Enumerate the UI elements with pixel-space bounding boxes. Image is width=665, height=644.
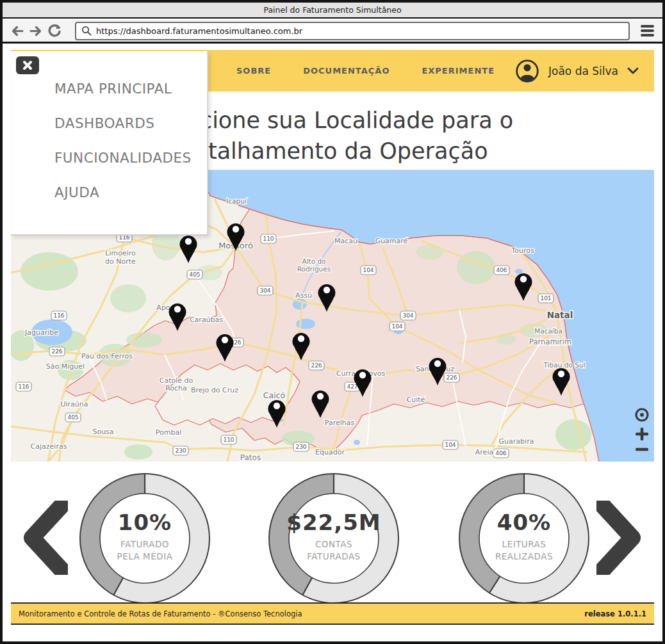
- road-shield: 226: [49, 347, 65, 356]
- map-city-label: Pombal: [156, 428, 181, 437]
- road-shield: 230: [173, 446, 188, 455]
- svg-text:110: 110: [223, 437, 234, 443]
- road-shield: 116: [51, 311, 67, 320]
- road-shield: 104: [361, 266, 376, 275]
- svg-text:104: 104: [445, 442, 456, 448]
- map-city-label: Natal: [547, 310, 573, 320]
- donut-card: $22,5M CONTAS FATURADAS: [267, 471, 401, 606]
- road-shield: 405: [187, 270, 202, 279]
- map-city-label: Rocha: [165, 384, 187, 392]
- browser-window: Painel do Faturamento Simultâneo https:: [0, 0, 665, 644]
- map-city-label: Areia: [475, 448, 493, 456]
- svg-text:116: 116: [53, 312, 64, 319]
- menu-item-dashboards[interactable]: DASHBOARDS: [54, 115, 207, 132]
- browser-toolbar: https://dashboard.faturamentosimultaneo.…: [3, 20, 662, 44]
- map-city-label: Sousa: [92, 428, 113, 436]
- side-menu-list: MAPA PRINCIPAL DASHBOARDS FUNCIONALIDADE…: [11, 51, 207, 201]
- menu-item-funcionalidades[interactable]: FUNCIONALIDADES: [54, 150, 207, 166]
- close-icon: [22, 60, 33, 70]
- road-shield: 104: [443, 440, 458, 449]
- kpi-carousel: 10% FATURADO PELA MÉDIA $22,5M CONTAS FA…: [3, 461, 662, 605]
- map-city-label: Equador: [315, 448, 345, 456]
- forward-arrow-icon: [29, 26, 42, 36]
- svg-text:405: 405: [189, 271, 200, 278]
- carousel-next-button[interactable]: [596, 501, 641, 575]
- road-shield: 226: [309, 361, 324, 370]
- carousel-prev-button[interactable]: [23, 501, 68, 575]
- svg-text:104: 104: [391, 323, 402, 330]
- svg-text:405: 405: [67, 414, 78, 421]
- donut-ring-chart: [457, 471, 591, 606]
- map-city-label: Uiraúna: [60, 400, 88, 408]
- map-city-label: Touros: [511, 246, 534, 255]
- map-city-label: Rodrigues: [297, 265, 331, 273]
- map-city-label: Tibau do Sul: [543, 361, 586, 369]
- map-city-label: Parnamirim: [529, 337, 571, 346]
- svg-text:226: 226: [311, 362, 322, 369]
- nav-link-experimente[interactable]: EXPERIMENTE: [422, 66, 495, 76]
- release-version: release 1.0.1.1: [584, 609, 646, 618]
- back-button[interactable]: [9, 23, 25, 39]
- svg-text:226: 226: [446, 374, 457, 381]
- back-arrow-icon: [11, 26, 24, 36]
- app-footer: Monitoramento e Controle de Rotas de Fat…: [11, 602, 654, 625]
- zoom-out-button[interactable]: [636, 448, 648, 451]
- footer-text: Monitoramento e Controle de Rotas de Fat…: [19, 609, 302, 618]
- map-city-label: Guamaré: [375, 237, 408, 245]
- chevron-down-icon: [627, 67, 639, 74]
- map-city-label: do Norte: [105, 257, 136, 266]
- map-city-label: Assú: [295, 291, 312, 300]
- donut-card: 10% FATURADO PELA MÉDIA: [78, 471, 212, 606]
- road-shield: 304: [400, 311, 416, 320]
- map-city-label: Cajazeiras: [31, 442, 67, 451]
- svg-text:304: 304: [259, 287, 270, 294]
- map-city-label: Caicó: [263, 390, 285, 400]
- menu-item-mapa-principal[interactable]: MAPA PRINCIPAL: [54, 81, 207, 97]
- svg-text:110: 110: [263, 236, 274, 242]
- forward-button[interactable]: [28, 23, 44, 39]
- road-shield: 104: [390, 322, 405, 331]
- refresh-button[interactable]: [46, 23, 62, 39]
- window-titlebar[interactable]: Painel do Faturamento Simultâneo: [3, 3, 662, 19]
- header-nav: SOBRE DOCUMENTAÇÃO EXPERIMENTE: [236, 66, 495, 76]
- map-city-label: Pau dos Ferros: [81, 352, 133, 360]
- map-city-label: Guarabira: [499, 437, 534, 446]
- svg-text:230: 230: [295, 444, 306, 450]
- svg-text:226: 226: [51, 348, 62, 355]
- donut-ring-chart: [267, 471, 401, 606]
- window-title: Painel do Faturamento Simultâneo: [263, 5, 401, 15]
- side-menu-panel: MAPA PRINCIPAL DASHBOARDS FUNCIONALIDADE…: [11, 51, 208, 236]
- svg-text:304: 304: [402, 312, 413, 319]
- road-shield: 226: [444, 373, 459, 382]
- map-city-label: Macaíba: [534, 327, 562, 335]
- donut-ring-chart: [78, 471, 212, 606]
- map-city-label: Jaguaribe: [24, 328, 58, 337]
- user-menu[interactable]: João da Silva: [515, 59, 639, 83]
- browser-menu-button[interactable]: [639, 23, 656, 38]
- road-shield: 406: [494, 266, 509, 275]
- road-shield: 110: [221, 435, 236, 444]
- donut-card: 40% LEITURAS REALIZADAS: [457, 471, 591, 606]
- svg-text:104: 104: [363, 267, 374, 273]
- map-city-label: Patos: [240, 453, 261, 462]
- svg-text:427: 427: [347, 383, 357, 390]
- svg-text:406: 406: [495, 450, 506, 456]
- map-city-label: Cuité: [407, 396, 425, 404]
- map-city-label: Caraúbas: [190, 316, 223, 324]
- road-shield: 101: [538, 294, 554, 303]
- road-shield: 116: [16, 382, 31, 391]
- user-name: João da Silva: [548, 65, 618, 77]
- address-bar[interactable]: https://dashboard.faturamentosimultaneo.…: [75, 22, 630, 40]
- svg-text:116: 116: [18, 383, 29, 390]
- map-city-label: Macau: [334, 237, 357, 245]
- svg-text:230: 230: [175, 447, 186, 454]
- menu-item-ajuda[interactable]: AJUDA: [54, 184, 207, 201]
- map-city-label: Alto do: [302, 257, 325, 265]
- road-shield: 230: [293, 442, 309, 451]
- nav-link-documentacao[interactable]: DOCUMENTAÇÃO: [303, 66, 390, 76]
- road-shield: 110: [261, 234, 276, 243]
- road-shield: 406: [493, 449, 509, 458]
- menu-close-button[interactable]: [16, 56, 39, 74]
- map-city-label: Brejo do Cruz: [191, 386, 238, 394]
- nav-link-sobre[interactable]: SOBRE: [236, 66, 271, 76]
